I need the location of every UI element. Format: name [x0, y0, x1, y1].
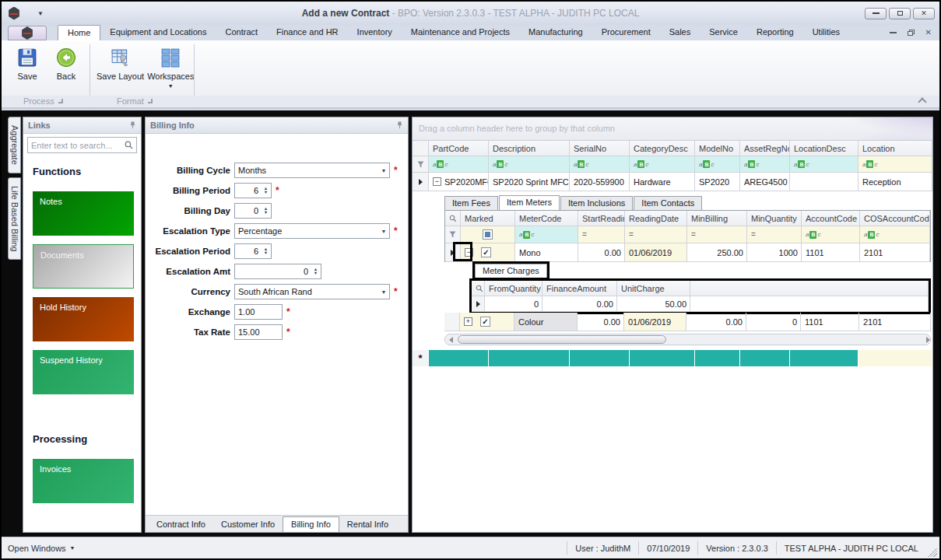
cell-location[interactable]: Reception [858, 173, 932, 191]
new-row-cell[interactable] [740, 350, 790, 366]
new-row-cell[interactable] [570, 350, 630, 366]
collapse-row-icon[interactable]: − [433, 177, 441, 186]
cell-accountcode[interactable]: 1101 [802, 243, 860, 262]
tab-procurement[interactable]: Procurement [592, 25, 660, 40]
links-search[interactable] [27, 137, 137, 153]
marked-filter-checkbox[interactable] [483, 229, 493, 240]
search-icon[interactable] [476, 285, 483, 292]
invoices-button[interactable]: Invoices [33, 459, 134, 503]
cell-readingdate[interactable]: 01/06/2019 [624, 313, 686, 331]
escalation-type-dropdown[interactable]: Percentage▼ [234, 223, 390, 239]
meter-row-colour[interactable]: + Colour 0.00 01/06/2019 0.00 0 1101 210… [444, 313, 931, 331]
filter-cell[interactable]: = [578, 226, 625, 243]
filter-cell[interactable]: aBc [802, 226, 860, 243]
column-header-accountcode[interactable]: AccountCode [802, 211, 860, 226]
currency-dropdown[interactable]: South African Rand▼ [234, 284, 390, 299]
escalation-amt-spinner[interactable]: 0▲▼ [234, 264, 321, 279]
tab-manufacturing[interactable]: Manufacturing [519, 25, 592, 40]
cell-startreading[interactable]: 0.00 [578, 243, 625, 262]
column-header-minquantity[interactable]: MinQuantity [747, 211, 802, 226]
cell-modelno[interactable]: SP2020 [695, 173, 740, 191]
save-button[interactable]: Save [9, 44, 45, 94]
cell-serialno[interactable]: 2020-559900 [570, 173, 630, 191]
new-row-cell[interactable] [489, 350, 570, 366]
column-header-cosaccountcode[interactable]: COSAccountCode [860, 211, 930, 226]
save-layout-button[interactable]: Save Layout [97, 44, 144, 94]
column-header-marked[interactable]: Marked [461, 211, 515, 226]
cell-partcode[interactable]: −SP2020MFC [429, 173, 489, 191]
dropdown-arrow-icon[interactable]: ▼ [378, 229, 389, 234]
quick-access-dropdown-icon[interactable]: ▼ [37, 10, 44, 17]
exchange-field[interactable]: 1.00 [234, 304, 283, 320]
cell-readingdate[interactable]: 01/06/2019 [625, 243, 687, 262]
mdi-minimize-button[interactable] [890, 32, 897, 33]
column-header-unitcharge[interactable]: UnitCharge [617, 281, 690, 296]
cell-minbilling[interactable]: 0.00 [686, 313, 746, 331]
grid-data-row[interactable]: −SP2020MFC SP2020 Sprint MFC 2020-559900… [413, 173, 932, 191]
filter-cell[interactable]: = [625, 226, 687, 243]
new-row-cell[interactable] [429, 350, 489, 366]
column-header-readingdate[interactable]: ReadingDate [625, 211, 687, 226]
spin-buttons-icon[interactable]: ▲▼ [311, 268, 321, 276]
tab-item-fees[interactable]: Item Fees [444, 196, 498, 210]
filter-cell[interactable]: aBc [489, 156, 570, 173]
column-header-serialno[interactable]: SerialNo [570, 141, 630, 156]
ribbon-collapse-icon[interactable] [918, 97, 926, 106]
column-header-startreading[interactable]: StartReading [578, 211, 625, 226]
tab-rental-info[interactable]: Rental Info [339, 517, 396, 532]
filter-cell[interactable] [461, 226, 515, 243]
cell-startreading[interactable]: 0.00 [578, 313, 624, 331]
spin-buttons-icon[interactable]: ▲▼ [261, 207, 271, 215]
meter-charges-tab[interactable]: Meter Charges [472, 261, 550, 280]
column-header-locationdesc[interactable]: LocationDesc [790, 141, 858, 156]
process-dialog-launcher-icon[interactable] [58, 99, 63, 103]
search-input[interactable] [31, 141, 125, 150]
cell-metercode[interactable]: Mono [515, 243, 578, 262]
marked-checkbox[interactable] [481, 247, 491, 257]
tab-customer-info[interactable]: Customer Info [213, 517, 283, 532]
filter-cell[interactable]: aBc [860, 226, 930, 243]
mdi-restore-button[interactable] [908, 30, 915, 36]
charges-data-row[interactable]: 0 0.00 50.00 [472, 296, 929, 312]
filter-cell[interactable]: = [747, 226, 802, 243]
cell-marked[interactable]: + [460, 313, 514, 331]
horizontal-scrollbar[interactable] [444, 334, 931, 345]
grid-new-item-row[interactable]: * [413, 350, 932, 366]
new-row-cell[interactable] [790, 350, 858, 366]
cell-assetregno[interactable]: AREG4500 [740, 173, 790, 191]
side-tab-aggregate[interactable]: Aggregate [8, 117, 21, 173]
pin-icon[interactable] [396, 121, 403, 129]
cell-minbilling[interactable]: 250.00 [687, 243, 747, 262]
tab-utilities[interactable]: Utilities [803, 25, 849, 40]
pin-icon[interactable] [129, 121, 136, 129]
open-windows-button[interactable]: Open Windows▼ [8, 544, 75, 553]
meter-row-mono[interactable]: − Mono 0.00 01/06/2019 250.00 1000 1101 … [445, 243, 930, 262]
tab-item-contacts[interactable]: Item Contacts [634, 196, 702, 210]
column-header-fromquantity[interactable]: FromQuantity [485, 281, 542, 296]
spin-buttons-icon[interactable]: ▲▼ [261, 247, 271, 256]
hold-history-button[interactable]: Hold History [33, 297, 134, 341]
scroll-right-icon[interactable] [919, 337, 930, 343]
column-header-partcode[interactable]: PartCode [429, 141, 489, 156]
tab-sales[interactable]: Sales [660, 25, 700, 40]
new-row-cell[interactable] [858, 350, 932, 366]
spin-buttons-icon[interactable]: ▲▼ [261, 187, 271, 195]
group-by-panel[interactable]: Drag a column header here to group by th… [413, 117, 932, 141]
tab-contract-info[interactable]: Contract Info [149, 517, 213, 532]
billing-period-spinner[interactable]: 6▲▼ [234, 183, 272, 198]
new-row-cell[interactable] [630, 350, 695, 366]
format-dialog-launcher-icon[interactable] [148, 99, 153, 103]
dropdown-arrow-icon[interactable]: ▼ [378, 289, 389, 295]
marked-checkbox[interactable] [480, 317, 490, 327]
cell-accountcode[interactable]: 1101 [801, 313, 859, 331]
tab-maintenance-and-projects[interactable]: Maintenance and Projects [402, 25, 519, 40]
cell-unitcharge[interactable]: 50.00 [617, 296, 690, 312]
column-header-metercode[interactable]: MeterCode [515, 211, 578, 226]
search-icon[interactable] [449, 215, 457, 222]
tab-billing-info[interactable]: Billing Info [283, 516, 339, 532]
billing-cycle-dropdown[interactable]: Months▼ [234, 163, 390, 178]
filter-cell[interactable]: aBc [695, 156, 740, 173]
documents-button[interactable]: Documents [33, 244, 134, 289]
suspend-history-button[interactable]: Suspend History [33, 350, 134, 394]
cell-financeamount[interactable]: 0.00 [542, 296, 617, 312]
